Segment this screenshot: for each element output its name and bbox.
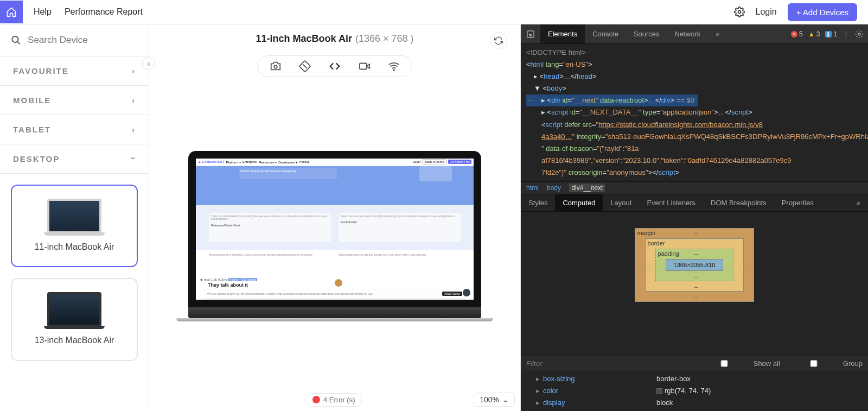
tab-computed[interactable]: Computed <box>555 194 603 211</box>
dom-tree[interactable]: <!DOCTYPE html> <html lang="en-US"> ▸ <h… <box>521 44 868 181</box>
svg-point-8 <box>393 69 394 71</box>
svg-point-1 <box>12 36 18 42</box>
chevron-right-icon: › <box>132 66 136 75</box>
tab-dom-breakpoints[interactable]: DOM Breakpoints <box>703 194 774 211</box>
preview-dimensions: (1366 × 768 ) <box>355 33 414 45</box>
tab-sources[interactable]: Sources <box>626 24 667 43</box>
nav-performance-report[interactable]: Performance Report <box>65 7 143 17</box>
info-badge[interactable]: ❚1 <box>825 30 837 38</box>
wifi-icon[interactable] <box>388 60 400 72</box>
preview-title: 11-inch MacBook Air <box>256 33 352 45</box>
device-label: 13-inch MacBook Air <box>35 334 114 346</box>
svg-line-5 <box>303 64 307 68</box>
zoom-select[interactable]: 100% ⌄ <box>474 393 515 407</box>
mock-heading: They talk about it <box>208 282 248 288</box>
tab-console[interactable]: Console <box>585 24 626 43</box>
sidebar: ‹ FAVOURITE › MOBILE › TABLET › DESKTOP … <box>0 24 149 411</box>
tab-event-listeners[interactable]: Event Listeners <box>639 194 703 211</box>
device-thumbnail <box>47 292 101 327</box>
search-icon <box>11 34 21 46</box>
device-label: 11-inch MacBook Air <box>35 241 114 253</box>
group-checkbox[interactable]: Group <box>787 359 863 368</box>
rendered-page[interactable]: ▲ LAMBDATESTPlatform ▾EnterpriseResource… <box>196 159 474 300</box>
show-all-checkbox[interactable]: Show all <box>697 359 780 368</box>
error-count: 4 Error (s) <box>323 396 355 404</box>
error-pill[interactable]: 4 Error (s) <box>305 393 362 407</box>
svg-point-0 <box>738 11 741 14</box>
device-card[interactable]: 11-inch MacBook Air <box>11 185 138 267</box>
dom-breadcrumb[interactable]: html body div#__next <box>521 181 868 194</box>
device-card[interactable]: 13-inch MacBook Air <box>11 278 138 361</box>
box-model[interactable]: margin –– –– border –– –– padding –– –– … <box>521 212 868 356</box>
category-favourite[interactable]: FAVOURITE › <box>0 56 149 86</box>
chevron-right-icon: › <box>132 96 136 105</box>
preview-pane: 11-inch MacBook Air (1366 × 768 ) ▲ LAMB… <box>149 24 521 411</box>
chevron-down-icon: ⌄ <box>502 395 509 404</box>
svg-rect-6 <box>360 64 367 69</box>
style-tabs-more[interactable]: » <box>849 194 868 211</box>
category-label: MOBILE <box>13 96 51 105</box>
preview-toolbar <box>257 55 412 77</box>
tab-layout[interactable]: Layout <box>603 194 639 211</box>
element-picker-icon[interactable] <box>521 30 540 39</box>
home-button[interactable] <box>0 1 23 23</box>
devtools-settings-icon[interactable] <box>855 30 864 39</box>
video-icon[interactable] <box>359 60 371 72</box>
device-mockup: ▲ LAMBDATESTPlatform ▾EnterpriseResource… <box>188 151 481 321</box>
category-label: DESKTOP <box>13 154 60 163</box>
chevron-down-icon: › <box>129 157 138 161</box>
category-mobile[interactable]: MOBILE › <box>0 86 149 115</box>
error-dot-icon <box>312 396 320 403</box>
screenshot-icon[interactable] <box>270 60 282 72</box>
settings-icon[interactable] <box>734 7 745 17</box>
search-input[interactable] <box>28 35 138 46</box>
collapse-sidebar-button[interactable]: ‹ <box>142 57 155 70</box>
category-desktop[interactable]: DESKTOP › <box>0 144 149 174</box>
filter-input[interactable] <box>526 359 618 368</box>
tab-styles[interactable]: Styles <box>521 194 555 211</box>
category-label: FAVOURITE <box>13 66 69 75</box>
add-devices-button[interactable]: + Add Devices <box>788 3 857 21</box>
tab-network[interactable]: Network <box>667 24 709 43</box>
nav-help[interactable]: Help <box>34 7 52 17</box>
category-label: TABLET <box>13 125 51 134</box>
tab-elements[interactable]: Elements <box>540 24 585 43</box>
computed-properties[interactable]: box-sizingborder-box colorrgb(74, 74, 74… <box>521 371 868 411</box>
error-badge[interactable]: ✕5 <box>791 30 803 38</box>
tab-properties[interactable]: Properties <box>774 194 821 211</box>
reload-button[interactable] <box>490 32 507 49</box>
device-thumbnail <box>47 199 101 233</box>
devtools-menu-icon[interactable]: ⋮ <box>843 30 850 38</box>
category-tablet[interactable]: TABLET › <box>0 115 149 144</box>
warning-badge[interactable]: ▲3 <box>808 30 820 38</box>
rotate-icon[interactable] <box>299 60 311 72</box>
zoom-value: 100% <box>480 395 499 404</box>
tab-more[interactable]: » <box>708 24 727 43</box>
svg-point-10 <box>858 33 860 35</box>
box-model-content: 1366×9055.810 <box>666 259 724 271</box>
chevron-right-icon: › <box>132 125 136 134</box>
devtools-panel: Elements Console Sources Network » ✕5 ▲3… <box>521 24 868 411</box>
code-icon[interactable] <box>328 60 341 72</box>
login-link[interactable]: Login <box>756 7 777 17</box>
svg-line-2 <box>17 41 20 44</box>
svg-point-3 <box>274 65 277 68</box>
